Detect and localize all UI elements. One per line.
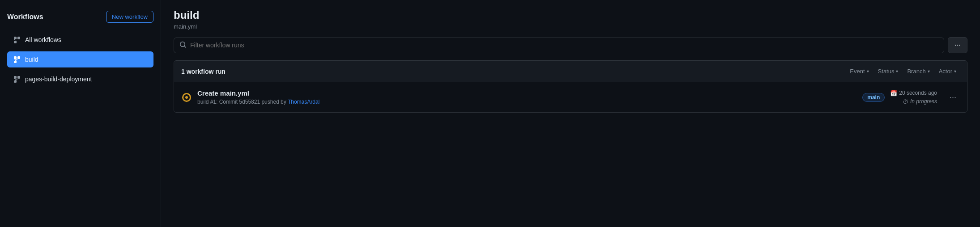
run-action-more-button[interactable]: ··· <box>946 91 960 104</box>
run-meta-prefix: build #1: Commit 5d55821 pushed by <box>197 99 288 105</box>
workflow-icon-build <box>13 55 21 64</box>
page-subtitle: main.yml <box>174 23 967 30</box>
event-filter-button[interactable]: Event ▾ <box>846 66 872 76</box>
status-chevron-icon: ▾ <box>896 69 898 74</box>
sidebar-item-build-label: build <box>25 56 38 63</box>
sidebar-item-all-workflows[interactable]: All workflows <box>7 32 153 48</box>
branch-badge[interactable]: main <box>862 93 885 102</box>
event-chevron-icon: ▾ <box>867 69 869 74</box>
run-action-dots: ··· <box>950 92 956 102</box>
sidebar-item-all-workflows-label: All workflows <box>25 36 61 43</box>
more-options-button[interactable]: ··· <box>948 37 967 53</box>
sidebar: Workflows New workflow All workflows bui… <box>0 0 161 227</box>
run-time: 📅 20 seconds ago ⏱ In progress <box>890 90 937 105</box>
branch-filter-label: Branch <box>907 68 925 75</box>
sidebar-item-build[interactable]: build <box>7 51 153 67</box>
status-filter-label: Status <box>878 68 895 75</box>
sidebar-title: Workflows <box>7 13 43 21</box>
sidebar-header: Workflows New workflow <box>7 11 153 23</box>
actor-filter-button[interactable]: Actor ▾ <box>935 66 960 76</box>
run-meta: build #1: Commit 5d55821 pushed by Thoma… <box>197 99 857 105</box>
search-icon <box>179 41 187 50</box>
actor-filter-label: Actor <box>939 68 952 75</box>
branch-filter-button[interactable]: Branch ▾ <box>903 66 933 76</box>
workflow-icon-pages <box>13 75 21 84</box>
run-status-row: ⏱ In progress <box>903 98 937 105</box>
filter-buttons: Event ▾ Status ▾ Branch ▾ Actor ▾ <box>846 66 960 76</box>
sidebar-item-pages-build[interactable]: pages-build-deployment <box>7 71 153 87</box>
status-in-progress-icon <box>181 92 192 103</box>
workflow-icon <box>13 35 21 44</box>
runs-header: 1 workflow run Event ▾ Status ▾ Branch ▾… <box>174 61 967 82</box>
run-actions: ··· <box>946 91 960 104</box>
runs-count: 1 workflow run <box>181 68 226 75</box>
more-options-label: ··· <box>954 41 960 49</box>
search-input[interactable] <box>190 42 938 49</box>
run-time-ago: 20 seconds ago <box>899 90 937 96</box>
status-filter-button[interactable]: Status ▾ <box>874 66 902 76</box>
new-workflow-button[interactable]: New workflow <box>106 11 153 23</box>
sidebar-item-pages-label: pages-build-deployment <box>25 76 92 83</box>
run-status-label: In progress <box>910 98 937 105</box>
table-row: Create main.yml build #1: Commit 5d55821… <box>174 82 967 112</box>
search-row: ··· <box>174 37 967 53</box>
clock-icon: ⏱ <box>903 98 908 105</box>
calendar-icon: 📅 <box>890 90 897 97</box>
event-filter-label: Event <box>850 68 865 75</box>
branch-chevron-icon: ▾ <box>928 69 930 74</box>
runs-container: 1 workflow run Event ▾ Status ▾ Branch ▾… <box>174 60 967 113</box>
page-title: build <box>174 9 967 21</box>
search-container <box>174 38 944 53</box>
run-meta-author[interactable]: ThomasArdal <box>288 99 320 105</box>
status-circle <box>182 93 191 102</box>
page-header: build main.yml <box>174 9 967 30</box>
run-title[interactable]: Create main.yml <box>197 89 857 97</box>
run-info: Create main.yml build #1: Commit 5d55821… <box>197 89 857 105</box>
run-time-ago-row: 📅 20 seconds ago <box>890 90 937 97</box>
main-content: build main.yml ··· 1 workflow run Event … <box>161 0 980 227</box>
actor-chevron-icon: ▾ <box>954 69 956 74</box>
